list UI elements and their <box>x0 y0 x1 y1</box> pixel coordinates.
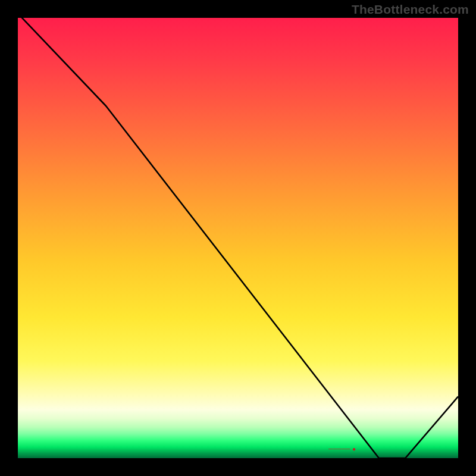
bottleneck-curve-line <box>18 18 458 458</box>
optimal-marker: ───── ● <box>328 446 356 452</box>
chart-line-svg <box>18 18 458 458</box>
watermark-text: TheBottleneck.com <box>352 2 469 17</box>
chart-plot-area: ───── ● <box>18 18 458 458</box>
chart-frame: TheBottleneck.com ───── ● <box>0 0 476 476</box>
